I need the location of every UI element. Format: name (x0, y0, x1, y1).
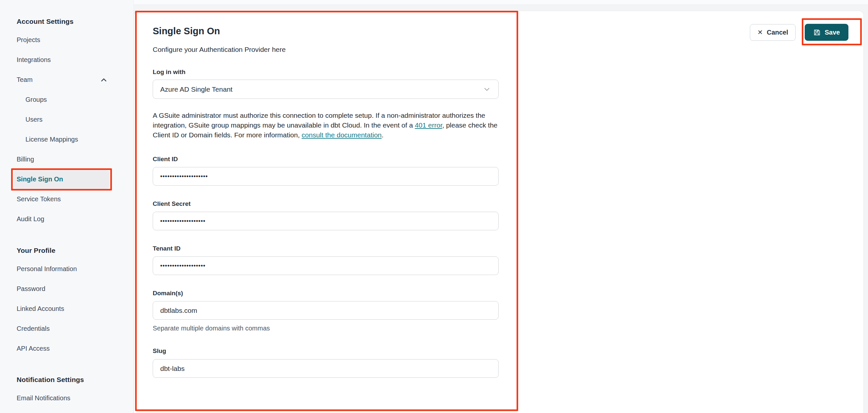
sidebar-item-license-mappings[interactable]: License Mappings (17, 129, 109, 150)
domains-label: Domain(s) (153, 290, 501, 297)
sidebar-item-integrations[interactable]: Integrations (17, 50, 109, 70)
info-link[interactable]: consult the documentation (302, 131, 381, 139)
sidebar-item-linked-accounts[interactable]: Linked Accounts (17, 299, 109, 319)
client-secret-label: Client Secret (153, 200, 501, 208)
sidebar-item-billing[interactable]: Billing (17, 150, 109, 169)
page-subtitle: Configure your Authentication Provider h… (153, 46, 501, 54)
login-with-label: Log in with (153, 68, 501, 76)
sidebar-item-personal-information[interactable]: Personal Information (17, 259, 109, 279)
sidebar-item-users[interactable]: Users (17, 109, 109, 129)
domains-hint: Separate multiple domains with commas (153, 325, 501, 332)
sidebar-item-credentials[interactable]: Credentials (17, 319, 109, 339)
login-with-select[interactable]: Azure AD Single Tenant (153, 80, 499, 99)
login-with-value: Azure AD Single Tenant (160, 86, 232, 93)
sidebar-item-service-tokens[interactable]: Service Tokens (17, 189, 109, 209)
sidebar-item-projects[interactable]: Projects (17, 30, 109, 50)
info-link[interactable]: 401 error (415, 121, 442, 129)
save-button[interactable]: Save (805, 24, 848, 41)
account-settings-page: Account Settings Projects Integrations T… (0, 0, 868, 413)
domains-field[interactable] (153, 301, 499, 320)
top-strip (134, 0, 868, 5)
client-secret-field[interactable] (153, 212, 499, 230)
sidebar-item-groups[interactable]: Groups (17, 90, 109, 109)
gsuite-info-paragraph: A GSuite administrator must authorize th… (153, 110, 501, 140)
sidebar-item-team[interactable]: Team (17, 70, 109, 90)
client-id-label: Client ID (153, 156, 501, 163)
save-disk-icon (813, 29, 821, 36)
close-icon: ✕ (757, 28, 763, 36)
sidebar-item-single-sign-on-row: Single Sign On (17, 169, 109, 189)
header-actions: ✕ Cancel Save (750, 24, 848, 41)
chevron-up-icon (99, 76, 108, 84)
page-title: Single Sign On (153, 26, 501, 36)
sidebar: Account Settings Projects Integrations T… (0, 0, 134, 413)
sidebar-item-audit-log[interactable]: Audit Log (17, 209, 109, 229)
sidebar-item-api-access[interactable]: API Access (17, 339, 109, 358)
sidebar-item-single-sign-on[interactable]: Single Sign On (14, 170, 109, 189)
sidebar-item-password[interactable]: Password (17, 279, 109, 299)
sidebar-heading-your-profile: Your Profile (17, 242, 133, 259)
sidebar-item-email-notifications[interactable]: Email Notifications (17, 388, 109, 408)
slug-label: Slug (153, 347, 501, 355)
sidebar-heading-account-settings: Account Settings (17, 13, 133, 30)
chevron-down-icon (483, 85, 491, 94)
cancel-button[interactable]: ✕ Cancel (750, 24, 796, 41)
info-text: . (382, 131, 384, 139)
tenant-id-field[interactable] (153, 256, 499, 275)
client-id-field[interactable] (153, 167, 499, 186)
sidebar-heading-notification-settings: Notification Settings (17, 371, 133, 388)
slug-field[interactable] (153, 359, 499, 378)
single-sign-on-panel: Single Sign On Configure your Authentica… (134, 11, 864, 413)
tenant-id-label: Tenant ID (153, 245, 501, 252)
